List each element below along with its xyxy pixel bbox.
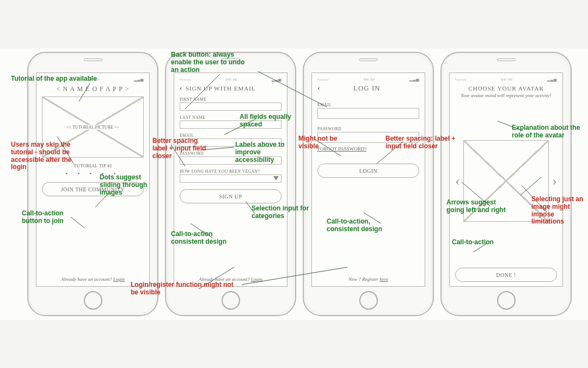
email-field[interactable]: EMAIL [317, 102, 419, 119]
phone-frame-2: •oooo 09:30 ▂▃▅ ‹ SIGN UP WITH EMAIL FIR… [165, 52, 296, 316]
done-button[interactable]: DONE ! [455, 268, 557, 282]
ann-dots-suggest: Dots suggest sliding through images [100, 174, 154, 196]
ann-labels-above: Labels above to improve accessibility [235, 141, 295, 164]
ann-explain-avatar: Explanation about the role of the avatar [512, 124, 583, 140]
ann-fields-spaced: All fields equally spaced [240, 113, 294, 129]
ann-skip-tutorial: Users may skip the tutorial - should be … [11, 141, 82, 171]
ann-cta-join: Call-to-action button to join [22, 210, 76, 225]
avatar-title: CHOOSE YOUR AVATAR [455, 85, 557, 92]
screen-login: •oooo 09:30 ▂▃▅ ‹ LOG IN EMAIL PASSWORD … [311, 73, 425, 287]
back-chevron-icon[interactable]: ‹ [317, 84, 320, 93]
app-title: < N A M E O F A P P > [42, 85, 144, 93]
ann-select-limit: Selecting just an image might impose lim… [531, 196, 588, 226]
phone-frame-4: •oooo 09:30 ▂▃▅ CHOOSE YOUR AVATAR Your … [440, 52, 572, 316]
avatar-prev-icon[interactable]: ‹ [455, 173, 460, 189]
ann-better-spacing-left: Better spacing label + input field close… [152, 137, 212, 160]
firstname-field[interactable]: FIRST NAME [180, 97, 281, 111]
ann-might-not-visible: Might not be visible [298, 135, 347, 150]
phone-frame-3: •oooo 09:30 ▂▃▅ ‹ LOG IN EMAIL PASSWORD … [303, 52, 434, 316]
status-bar: •oooo 09:30 ▂▃▅ [317, 77, 419, 83]
ann-better-spacing-right: Better spacing: label + input field clos… [385, 135, 467, 150]
login-button[interactable]: LOGIN [317, 164, 419, 178]
home-button[interactable] [84, 291, 102, 310]
ann-tutorial-available: Tutorial of the app available [11, 75, 97, 83]
vegan-duration-select[interactable]: HOW LONG HAVE YOU BEEN VEGAN? [180, 169, 281, 183]
signup-button[interactable]: SIGN UP [180, 189, 281, 203]
screen-avatar: •oooo 09:30 ▂▃▅ CHOOSE YOUR AVATAR Your … [449, 73, 563, 287]
ann-arrows-lr: Arrows suggest going left and right [446, 199, 512, 214]
phone-speaker [84, 58, 102, 61]
login-title: LOG IN [353, 84, 381, 93]
signup-title: SIGN UP WITH EMAIL [186, 85, 256, 92]
status-bar: •oooo 09:30 ▂▃▅ [455, 77, 557, 83]
ann-select-cat: Selection input for categories [252, 205, 311, 220]
ann-back-button: Back button: always enable the user to u… [171, 51, 253, 74]
phone-speaker [497, 58, 516, 61]
dropdown-triangle-icon [273, 176, 279, 180]
phone-speaker [359, 58, 378, 61]
status-bar: •oooo 09:30 ▂▃▅ [180, 77, 281, 83]
ann-login-reg-visible: Login/register function might not be vis… [131, 281, 234, 297]
ann-cta4: Call-to-action [452, 239, 494, 246]
home-button[interactable] [359, 291, 378, 310]
back-chevron-icon[interactable]: ‹ [180, 84, 182, 93]
ann-cta-consistent2: Call-to-action, consistent design [327, 218, 403, 233]
login-link[interactable]: Already have an account? Login [42, 276, 144, 282]
register-link[interactable]: New ? Register here [317, 276, 419, 282]
avatar-subtitle: Your avatar mood will represent your act… [455, 93, 557, 98]
home-button[interactable] [497, 291, 516, 310]
avatar-next-icon[interactable]: › [552, 173, 557, 189]
screen-signup: •oooo 09:30 ▂▃▅ ‹ SIGN UP WITH EMAIL FIR… [174, 73, 287, 287]
ann-cta-consistent: Call-to-action consistent design [171, 231, 231, 246]
